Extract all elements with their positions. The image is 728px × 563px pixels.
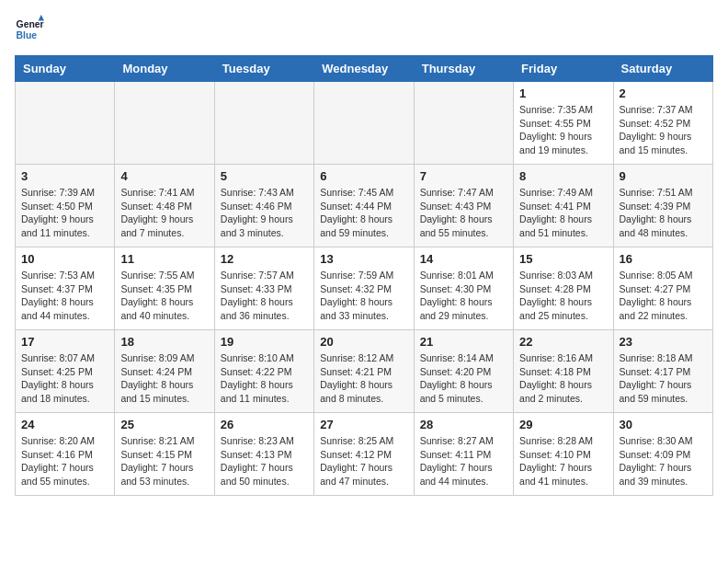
day-info: Sunrise: 8:27 AMSunset: 4:11 PMDaylight:… <box>420 434 507 488</box>
calendar-cell: 18Sunrise: 8:09 AMSunset: 4:24 PMDayligh… <box>115 330 214 413</box>
calendar-cell: 4Sunrise: 7:41 AMSunset: 4:48 PMDaylight… <box>115 165 214 247</box>
day-number: 27 <box>320 418 407 431</box>
day-number: 26 <box>221 418 308 431</box>
day-number: 9 <box>620 169 707 183</box>
day-number: 10 <box>21 252 108 266</box>
calendar-cell: 21Sunrise: 8:14 AMSunset: 4:20 PMDayligh… <box>414 330 513 413</box>
day-info: Sunrise: 7:37 AMSunset: 4:52 PMDaylight:… <box>620 103 707 157</box>
calendar-cell: 23Sunrise: 8:18 AMSunset: 4:17 PMDayligh… <box>613 330 712 413</box>
calendar-cell: 9Sunrise: 7:51 AMSunset: 4:39 PMDaylight… <box>613 165 712 247</box>
day-number: 11 <box>120 252 208 266</box>
calendar-table: SundayMondayTuesdayWednesdayThursdayFrid… <box>15 55 713 496</box>
day-info: Sunrise: 8:01 AMSunset: 4:30 PMDaylight:… <box>420 269 507 323</box>
day-info: Sunrise: 7:35 AMSunset: 4:55 PMDaylight:… <box>519 103 607 157</box>
day-info: Sunrise: 8:18 AMSunset: 4:17 PMDaylight:… <box>620 351 707 406</box>
day-number: 8 <box>519 169 607 183</box>
day-info: Sunrise: 8:12 AMSunset: 4:21 PMDaylight:… <box>320 351 407 406</box>
calendar-cell: 24Sunrise: 8:20 AMSunset: 4:16 PMDayligh… <box>16 413 115 496</box>
day-number: 1 <box>519 86 607 100</box>
calendar-cell: 1Sunrise: 7:35 AMSunset: 4:55 PMDaylight… <box>514 82 613 165</box>
day-info: Sunrise: 8:07 AMSunset: 4:25 PMDaylight:… <box>21 351 108 406</box>
day-info: Sunrise: 8:25 AMSunset: 4:12 PMDaylight:… <box>320 434 407 488</box>
logo: General Blue <box>15 15 48 44</box>
day-number: 19 <box>221 335 308 349</box>
calendar-cell: 7Sunrise: 7:47 AMSunset: 4:43 PMDaylight… <box>414 165 513 247</box>
day-info: Sunrise: 7:43 AMSunset: 4:46 PMDaylight:… <box>221 186 308 240</box>
calendar-cell <box>115 82 214 165</box>
day-number: 14 <box>420 252 507 266</box>
calendar-cell: 6Sunrise: 7:45 AMSunset: 4:44 PMDaylight… <box>314 165 414 247</box>
day-number: 25 <box>120 418 208 431</box>
col-header-sunday: Sunday <box>16 56 115 82</box>
calendar-cell <box>414 82 513 165</box>
svg-text:General: General <box>17 19 44 29</box>
col-header-saturday: Saturday <box>613 56 712 82</box>
day-number: 24 <box>21 418 108 431</box>
day-info: Sunrise: 8:28 AMSunset: 4:10 PMDaylight:… <box>519 434 607 488</box>
day-number: 2 <box>620 86 707 100</box>
calendar-cell: 15Sunrise: 8:03 AMSunset: 4:28 PMDayligh… <box>514 247 613 330</box>
calendar-cell: 5Sunrise: 7:43 AMSunset: 4:46 PMDaylight… <box>214 165 313 247</box>
day-info: Sunrise: 7:53 AMSunset: 4:37 PMDaylight:… <box>21 269 108 323</box>
day-number: 13 <box>320 252 407 266</box>
svg-marker-2 <box>39 15 44 20</box>
calendar-cell: 8Sunrise: 7:49 AMSunset: 4:41 PMDaylight… <box>514 165 613 247</box>
calendar-header-row: SundayMondayTuesdayWednesdayThursdayFrid… <box>16 56 713 82</box>
day-info: Sunrise: 8:10 AMSunset: 4:22 PMDaylight:… <box>221 351 308 406</box>
week-row-4: 17Sunrise: 8:07 AMSunset: 4:25 PMDayligh… <box>16 330 713 413</box>
day-number: 12 <box>221 252 308 266</box>
calendar-cell: 13Sunrise: 7:59 AMSunset: 4:32 PMDayligh… <box>314 247 414 330</box>
calendar-cell: 2Sunrise: 7:37 AMSunset: 4:52 PMDaylight… <box>613 82 712 165</box>
day-number: 23 <box>620 335 707 349</box>
col-header-wednesday: Wednesday <box>314 56 414 82</box>
calendar-cell: 19Sunrise: 8:10 AMSunset: 4:22 PMDayligh… <box>214 330 313 413</box>
day-number: 30 <box>620 418 707 431</box>
day-info: Sunrise: 8:05 AMSunset: 4:27 PMDaylight:… <box>620 269 707 323</box>
calendar-cell: 28Sunrise: 8:27 AMSunset: 4:11 PMDayligh… <box>414 413 513 496</box>
day-info: Sunrise: 7:51 AMSunset: 4:39 PMDaylight:… <box>620 186 707 240</box>
day-info: Sunrise: 7:57 AMSunset: 4:33 PMDaylight:… <box>221 269 308 323</box>
calendar-cell: 14Sunrise: 8:01 AMSunset: 4:30 PMDayligh… <box>414 247 513 330</box>
week-row-2: 3Sunrise: 7:39 AMSunset: 4:50 PMDaylight… <box>16 165 713 247</box>
day-number: 7 <box>420 169 507 183</box>
day-number: 17 <box>21 335 108 349</box>
calendar-cell: 3Sunrise: 7:39 AMSunset: 4:50 PMDaylight… <box>16 165 115 247</box>
day-number: 5 <box>221 169 308 183</box>
day-number: 21 <box>420 335 507 349</box>
col-header-friday: Friday <box>514 56 613 82</box>
col-header-monday: Monday <box>115 56 214 82</box>
day-info: Sunrise: 8:16 AMSunset: 4:18 PMDaylight:… <box>519 351 607 406</box>
day-number: 29 <box>519 418 607 431</box>
week-row-3: 10Sunrise: 7:53 AMSunset: 4:37 PMDayligh… <box>16 247 713 330</box>
day-info: Sunrise: 7:59 AMSunset: 4:32 PMDaylight:… <box>320 269 407 323</box>
day-info: Sunrise: 7:55 AMSunset: 4:35 PMDaylight:… <box>120 269 208 323</box>
calendar-cell: 17Sunrise: 8:07 AMSunset: 4:25 PMDayligh… <box>16 330 115 413</box>
calendar-cell: 20Sunrise: 8:12 AMSunset: 4:21 PMDayligh… <box>314 330 414 413</box>
col-header-thursday: Thursday <box>414 56 513 82</box>
col-header-tuesday: Tuesday <box>214 56 313 82</box>
day-info: Sunrise: 8:14 AMSunset: 4:20 PMDaylight:… <box>420 351 507 406</box>
day-number: 4 <box>120 169 208 183</box>
day-number: 28 <box>420 418 507 431</box>
calendar-cell: 29Sunrise: 8:28 AMSunset: 4:10 PMDayligh… <box>514 413 613 496</box>
calendar-cell: 27Sunrise: 8:25 AMSunset: 4:12 PMDayligh… <box>314 413 414 496</box>
day-number: 15 <box>519 252 607 266</box>
calendar-cell: 26Sunrise: 8:23 AMSunset: 4:13 PMDayligh… <box>214 413 313 496</box>
calendar-cell: 25Sunrise: 8:21 AMSunset: 4:15 PMDayligh… <box>115 413 214 496</box>
day-info: Sunrise: 8:09 AMSunset: 4:24 PMDaylight:… <box>120 351 208 406</box>
calendar-cell <box>314 82 414 165</box>
calendar-cell <box>214 82 313 165</box>
calendar-cell: 30Sunrise: 8:30 AMSunset: 4:09 PMDayligh… <box>613 413 712 496</box>
calendar-cell: 22Sunrise: 8:16 AMSunset: 4:18 PMDayligh… <box>514 330 613 413</box>
day-number: 20 <box>320 335 407 349</box>
day-info: Sunrise: 8:30 AMSunset: 4:09 PMDaylight:… <box>620 434 707 488</box>
svg-text:Blue: Blue <box>17 30 38 40</box>
calendar-cell <box>16 82 115 165</box>
day-number: 18 <box>120 335 208 349</box>
day-info: Sunrise: 7:49 AMSunset: 4:41 PMDaylight:… <box>519 186 607 240</box>
calendar-cell: 12Sunrise: 7:57 AMSunset: 4:33 PMDayligh… <box>214 247 313 330</box>
week-row-1: 1Sunrise: 7:35 AMSunset: 4:55 PMDaylight… <box>16 82 713 165</box>
day-number: 22 <box>519 335 607 349</box>
day-info: Sunrise: 7:39 AMSunset: 4:50 PMDaylight:… <box>21 186 108 240</box>
day-info: Sunrise: 8:03 AMSunset: 4:28 PMDaylight:… <box>519 269 607 323</box>
